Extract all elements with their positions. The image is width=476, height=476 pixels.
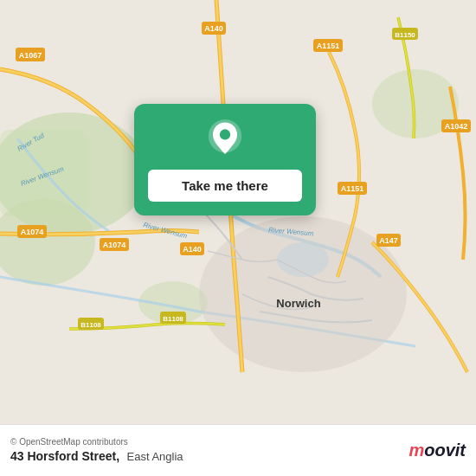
svg-text:B1108: B1108 bbox=[163, 315, 183, 323]
svg-text:A140: A140 bbox=[183, 245, 202, 254]
svg-text:A1151: A1151 bbox=[341, 184, 364, 193]
svg-text:A1067: A1067 bbox=[19, 51, 42, 60]
svg-text:B1150: B1150 bbox=[395, 31, 415, 39]
moovit-logo-text: moovit bbox=[408, 441, 466, 460]
address-region: 43 Horsford Street, East Anglia bbox=[10, 448, 183, 464]
svg-text:A140: A140 bbox=[204, 24, 223, 33]
location-pin-icon bbox=[204, 119, 246, 161]
svg-text:B1108: B1108 bbox=[80, 321, 101, 329]
svg-text:A1074: A1074 bbox=[21, 228, 44, 236]
copyright-text: © OpenStreetMap contributors bbox=[10, 437, 183, 447]
svg-text:A1151: A1151 bbox=[317, 42, 340, 50]
moovit-logo: moovit bbox=[408, 441, 466, 460]
moovit-rest: oovit bbox=[424, 441, 466, 460]
svg-text:A147: A147 bbox=[379, 236, 398, 245]
map-container: A1067 A140 A140 A1151 A1151 A1074 A1074 … bbox=[0, 0, 476, 424]
region-text: East Anglia bbox=[127, 450, 183, 463]
svg-text:A1074: A1074 bbox=[103, 241, 126, 249]
footer: © OpenStreetMap contributors 43 Horsford… bbox=[0, 424, 476, 476]
destination-card: Take me there bbox=[134, 104, 316, 215]
address-text: 43 Horsford Street, bbox=[10, 449, 119, 463]
footer-left: © OpenStreetMap contributors 43 Horsford… bbox=[10, 437, 183, 464]
svg-text:Norwich: Norwich bbox=[276, 297, 320, 310]
take-me-there-button[interactable]: Take me there bbox=[148, 170, 302, 202]
moovit-m: m bbox=[408, 441, 424, 460]
svg-point-39 bbox=[220, 129, 230, 139]
svg-text:A1042: A1042 bbox=[445, 122, 468, 131]
